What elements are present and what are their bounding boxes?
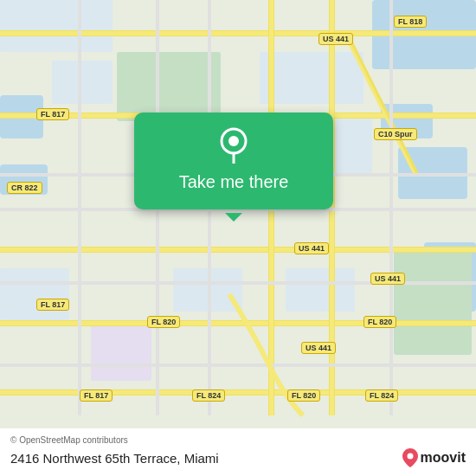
svg-point-43 bbox=[407, 453, 413, 460]
svg-rect-8 bbox=[394, 251, 472, 355]
road-label-cr822: CR 822 bbox=[7, 182, 42, 194]
road-label-fl824-2: FL 824 bbox=[365, 389, 398, 402]
map-svg bbox=[0, 0, 476, 476]
road-label-fl820-3: FL 820 bbox=[287, 389, 320, 402]
moovit-pin-icon bbox=[402, 448, 418, 467]
road-label-fl817-3: FL 817 bbox=[80, 389, 113, 402]
road-label-us441-2: US 441 bbox=[294, 242, 329, 254]
svg-rect-18 bbox=[0, 31, 476, 35]
svg-rect-37 bbox=[78, 0, 81, 415]
svg-rect-15 bbox=[286, 268, 355, 312]
map: FL 818 US 441 FL 817 CR 822 C10 Spur US … bbox=[0, 0, 476, 476]
svg-rect-7 bbox=[117, 52, 221, 121]
road-label-fl820-2: FL 820 bbox=[363, 316, 396, 328]
road-label-fl817-2: FL 817 bbox=[36, 299, 69, 311]
take-me-card[interactable]: Take me there bbox=[134, 113, 333, 209]
bottom-bar: © OpenStreetMap contributors 2416 Northw… bbox=[0, 428, 476, 476]
road-label-us441-1: US 441 bbox=[318, 33, 353, 45]
svg-rect-16 bbox=[91, 325, 151, 381]
svg-rect-11 bbox=[0, 268, 69, 320]
map-attribution: © OpenStreetMap contributors bbox=[10, 435, 466, 445]
take-me-label: Take me there bbox=[179, 172, 289, 192]
location-pin-icon bbox=[215, 125, 253, 164]
road-label-us441-3: US 441 bbox=[370, 273, 405, 285]
svg-rect-26 bbox=[0, 390, 476, 395]
svg-rect-12 bbox=[260, 52, 363, 104]
svg-rect-10 bbox=[52, 61, 113, 104]
road-label-c10spur: C10 Spur bbox=[374, 128, 417, 140]
road-label-fl824-1: FL 824 bbox=[192, 389, 225, 402]
moovit-brand-text: moovit bbox=[421, 450, 466, 466]
address-text: 2416 Northwest 65th Terrace, Miami bbox=[10, 451, 219, 466]
svg-point-42 bbox=[228, 136, 239, 146]
road-label-fl820-1: FL 820 bbox=[147, 316, 180, 328]
svg-rect-40 bbox=[389, 0, 393, 415]
svg-rect-9 bbox=[0, 0, 113, 52]
svg-rect-36 bbox=[0, 363, 476, 367]
road-label-fl817-1: FL 817 bbox=[36, 108, 69, 120]
road-label-fl818: FL 818 bbox=[394, 16, 427, 28]
moovit-logo: moovit bbox=[402, 448, 466, 467]
svg-rect-24 bbox=[0, 321, 476, 325]
road-label-us441-4: US 441 bbox=[301, 342, 336, 354]
svg-rect-22 bbox=[0, 248, 476, 252]
